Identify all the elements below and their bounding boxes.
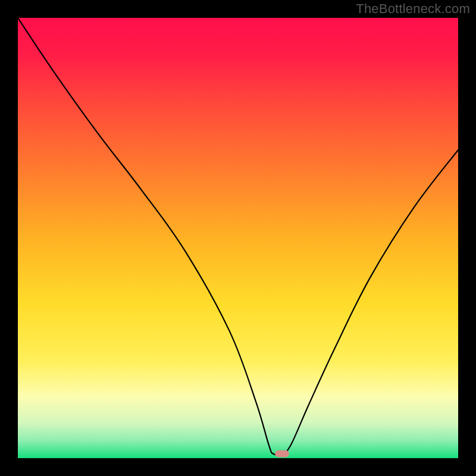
bottleneck-plot (18, 18, 458, 458)
chart-frame: TheBottleneck.com (0, 0, 476, 476)
min-marker (275, 450, 289, 458)
plot-svg (18, 18, 458, 458)
gradient-background (18, 18, 458, 458)
watermark-label: TheBottleneck.com (356, 1, 470, 17)
